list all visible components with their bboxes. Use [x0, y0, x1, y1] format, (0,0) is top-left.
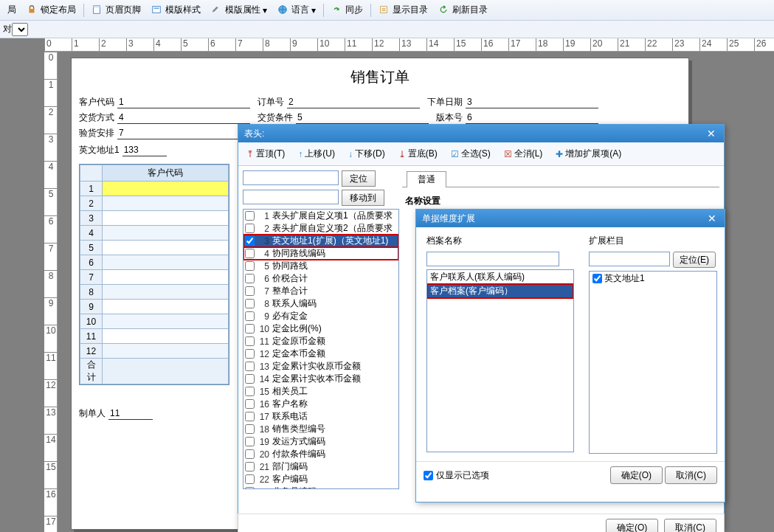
item-checkbox[interactable] — [245, 449, 255, 459]
deliv-mode-value[interactable]: 4 — [117, 112, 250, 124]
table-row[interactable]: 7 — [80, 270, 229, 285]
outer-cancel-button[interactable]: 取消(C) — [664, 519, 716, 532]
deselect-all-button[interactable]: ☒全消(L) — [499, 145, 548, 162]
item-checkbox[interactable] — [245, 487, 255, 489]
move-down-button[interactable]: ↓下移(D) — [343, 145, 390, 162]
tb-language[interactable]: 语言 ▾ — [273, 2, 320, 18]
table-row[interactable]: 8 — [80, 285, 229, 300]
cell[interactable] — [103, 182, 229, 196]
tb-refresh-toc[interactable]: 刷新目录 — [434, 2, 492, 18]
close-button[interactable]: ✕ — [705, 213, 719, 224]
item-checkbox[interactable] — [245, 349, 255, 359]
deliv-cond-value[interactable]: 5 — [296, 112, 429, 124]
version-value[interactable]: 6 — [466, 112, 598, 124]
cell[interactable] — [103, 196, 229, 211]
tb-layout-fragment[interactable]: 局 — [3, 2, 21, 18]
moveto-input[interactable] — [243, 190, 339, 204]
close-button[interactable]: ✕ — [705, 128, 718, 139]
field-listbox[interactable]: 1表头扩展自定义项1（品质要求2表头扩展自定义项2（品质要求3英文地址1(扩展)… — [243, 209, 399, 489]
item-checkbox[interactable] — [245, 387, 255, 396]
en-addr-value[interactable]: 133 — [122, 145, 167, 156]
grid-col-custcode[interactable]: 客户代码 — [103, 165, 229, 182]
item-checkbox[interactable] — [245, 311, 255, 321]
locate-button[interactable]: 定位 — [342, 170, 376, 187]
item-checkbox[interactable] — [245, 424, 255, 434]
cell[interactable] — [103, 211, 229, 226]
item-checkbox[interactable] — [245, 412, 255, 421]
inspect-value[interactable]: 7 — [117, 128, 250, 139]
cell[interactable] — [103, 270, 229, 285]
header-dialog-titlebar[interactable]: 表头: ✕ — [238, 125, 724, 142]
only-selected-checkbox[interactable]: 仅显示已选项 — [424, 469, 489, 482]
cell[interactable] — [103, 344, 229, 359]
list-item[interactable]: 22客户编码 — [243, 473, 398, 486]
item-checkbox[interactable] — [245, 437, 255, 446]
list-item[interactable]: 6价税合计 — [243, 272, 398, 285]
archive-listbox[interactable]: 客户联系人(联系人编码)客户档案(客户编码） — [426, 269, 574, 452]
table-row[interactable]: 2 — [80, 196, 229, 211]
cell[interactable] — [103, 226, 229, 241]
cust-code-value[interactable]: 1 — [117, 97, 250, 108]
order-date-value[interactable]: 3 — [466, 97, 598, 108]
item-checkbox[interactable] — [245, 261, 255, 271]
ok-button[interactable]: 确定(O) — [610, 466, 663, 484]
list-item[interactable]: 23业务员编码 — [243, 486, 398, 489]
cancel-button[interactable]: 取消(C) — [665, 466, 717, 484]
list-item[interactable]: 12定金本币金额 — [243, 348, 398, 360]
item-checkbox[interactable] — [245, 324, 255, 334]
extension-listbox[interactable]: 英文地址1 — [589, 271, 717, 454]
add-extension-button[interactable]: ✚增加扩展项(A) — [550, 145, 626, 162]
tb-show-toc[interactable]: 显示目录 — [374, 2, 432, 18]
list-item[interactable]: 15相关员工 — [243, 385, 398, 398]
archive-search-input[interactable] — [426, 252, 559, 266]
move-bottom-button[interactable]: ⤓置底(B) — [393, 145, 443, 162]
cell[interactable] — [103, 285, 229, 300]
item-checkbox[interactable] — [245, 224, 255, 233]
table-row[interactable]: 12 — [80, 344, 229, 359]
list-item[interactable]: 客户档案(客户编码） — [427, 284, 573, 298]
tb-template-attr[interactable]: 模版属性 ▾ — [207, 2, 272, 18]
tb-header-footer[interactable]: 页眉页脚 — [87, 2, 145, 18]
outer-ok-button[interactable]: 确定(O) — [606, 519, 658, 532]
item-checkbox[interactable] — [245, 462, 255, 471]
item-checkbox[interactable] — [592, 274, 602, 283]
list-item[interactable]: 3英文地址1(扩展)（英文地址1) — [243, 235, 398, 247]
cell[interactable] — [103, 241, 229, 255]
tab-general[interactable]: 普通 — [407, 171, 446, 187]
table-row[interactable]: 5 — [80, 241, 229, 255]
table-row[interactable]: 6 — [80, 255, 229, 270]
table-row[interactable]: 10 — [80, 314, 229, 329]
ext-search-input[interactable] — [589, 252, 670, 266]
moveto-button[interactable]: 移动到 — [342, 190, 384, 206]
locate-ext-button[interactable]: 定位(E) — [673, 252, 716, 268]
cell[interactable] — [103, 314, 229, 329]
item-checkbox[interactable] — [245, 249, 255, 258]
list-item[interactable]: 2表头扩展自定义项2（品质要求 — [243, 222, 398, 235]
item-checkbox[interactable] — [245, 211, 255, 221]
list-item[interactable]: 7整单合计 — [243, 285, 398, 297]
list-item[interactable]: 9必有定金 — [243, 310, 398, 322]
item-checkbox[interactable] — [245, 336, 255, 346]
item-checkbox[interactable] — [245, 362, 255, 371]
table-row[interactable]: 4 — [80, 226, 229, 241]
tb-sync[interactable]: 同步 — [327, 2, 367, 18]
list-item[interactable]: 客户联系人(联系人编码) — [427, 270, 573, 284]
item-checkbox[interactable] — [245, 299, 255, 308]
table-row[interactable]: 1 — [80, 182, 229, 196]
table-row[interactable]: 9 — [80, 300, 229, 314]
order-no-value[interactable]: 2 — [287, 97, 420, 108]
item-checkbox[interactable] — [245, 374, 255, 384]
tb-lock-layout[interactable]: 锁定布局 — [22, 2, 80, 18]
list-item[interactable]: 21部门编码 — [243, 460, 398, 473]
item-checkbox[interactable] — [245, 474, 255, 484]
list-item[interactable]: 13定金累计实收原币金额 — [243, 360, 398, 373]
table-row[interactable]: 11 — [80, 329, 229, 344]
item-checkbox[interactable] — [245, 236, 255, 246]
move-top-button[interactable]: ⤒置顶(T) — [241, 145, 290, 162]
list-item[interactable]: 18销售类型编号 — [243, 423, 398, 435]
list-item[interactable]: 19发运方式编码 — [243, 435, 398, 448]
list-item[interactable]: 20付款条件编码 — [243, 448, 398, 460]
cell[interactable] — [103, 300, 229, 314]
select-all-button[interactable]: ☑全选(S) — [446, 145, 496, 162]
list-item[interactable]: 11定金原币金额 — [243, 335, 398, 348]
